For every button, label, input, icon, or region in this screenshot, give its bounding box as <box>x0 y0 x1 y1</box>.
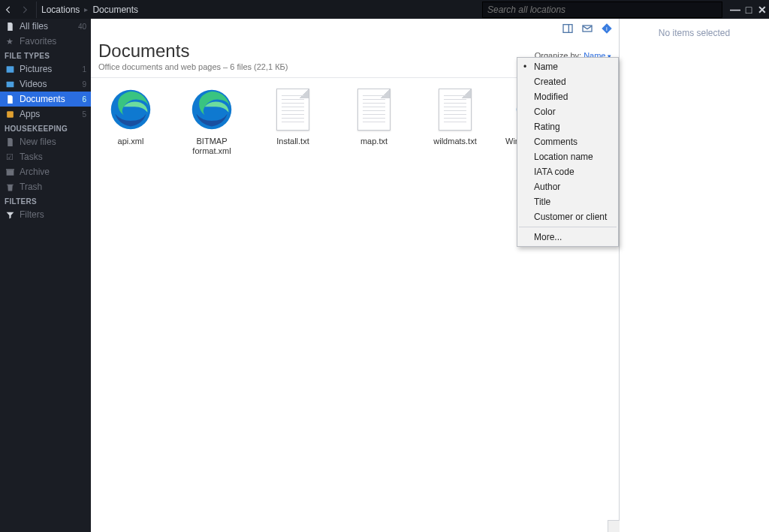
archive-icon <box>5 167 15 177</box>
star-icon: ★ <box>5 36 15 47</box>
menu-item[interactable]: Created <box>517 74 618 89</box>
breadcrumb[interactable]: Locations ▸ Documents <box>41 5 138 15</box>
sidebar-item-archive[interactable]: Archive <box>0 164 91 179</box>
info-panel: No items selected <box>620 19 769 532</box>
sidebar-item-tasks[interactable]: ☑ Tasks <box>0 149 91 164</box>
menu-separator <box>519 227 617 227</box>
sidebar-item-count: 6 <box>82 95 86 104</box>
sidebar-item-all-files[interactable]: All files 40 <box>0 19 91 34</box>
edge-icon <box>107 86 155 134</box>
file-icon <box>5 21 15 32</box>
sidebar: All files 40 ★ Favorites FILE TYPES Pict… <box>0 19 91 532</box>
breadcrumb-current[interactable]: Documents <box>92 5 138 15</box>
svg-rect-3 <box>6 170 14 175</box>
svg-rect-4 <box>6 169 14 170</box>
sidebar-item-documents[interactable]: Documents 6 <box>0 92 91 107</box>
menu-item[interactable]: Location name <box>517 149 618 164</box>
text-file-icon <box>431 86 479 134</box>
menu-item[interactable]: Customer or client <box>517 209 618 224</box>
sidebar-item-count: 1 <box>82 65 86 74</box>
menu-item[interactable]: Name <box>517 59 618 74</box>
file-item[interactable]: Install.txt <box>259 86 327 156</box>
svg-text:i: i <box>606 25 608 32</box>
doc-icon <box>5 94 15 104</box>
organize-menu[interactable]: NameCreatedModifiedColorRatingCommentsLo… <box>517 57 619 247</box>
sidebar-item-filters[interactable]: Filters <box>0 207 91 222</box>
search-input-wrap[interactable] <box>482 2 722 18</box>
menu-item[interactable]: IATA code <box>517 164 618 179</box>
sidebar-item-apps[interactable]: Apps 5 <box>0 107 91 122</box>
menu-item[interactable]: Modified <box>517 89 618 104</box>
file-icon <box>5 137 15 147</box>
video-icon <box>5 79 15 89</box>
chevron-right-icon: ▸ <box>84 5 88 14</box>
file-name: Install.txt <box>259 137 327 146</box>
file-name: wildmats.txt <box>421 137 489 146</box>
menu-item[interactable]: Title <box>517 194 618 209</box>
sidebar-item-count: 5 <box>82 110 86 119</box>
minimize-button[interactable]: — <box>728 4 742 16</box>
sidebar-header-filters: FILTERS <box>0 194 91 207</box>
menu-item[interactable]: Rating <box>517 119 618 134</box>
app-icon <box>5 109 15 119</box>
trash-icon <box>5 182 15 192</box>
panel-toggle-icon[interactable] <box>562 23 574 35</box>
edge-icon <box>188 86 236 134</box>
sidebar-item-label: Tasks <box>20 152 43 162</box>
sidebar-item-label: Apps <box>20 109 40 119</box>
no-selection-text: No items selected <box>620 28 769 38</box>
file-item[interactable]: BITMAP format.xml <box>178 86 246 156</box>
sidebar-item-favorites[interactable]: ★ Favorites <box>0 34 91 49</box>
maximize-button[interactable]: □ <box>742 4 755 16</box>
sidebar-item-label: All files <box>20 21 48 32</box>
check-icon: ☑ <box>5 152 15 162</box>
sidebar-item-label: Favorites <box>20 36 56 47</box>
menu-item[interactable]: Color <box>517 104 618 119</box>
breadcrumb-root[interactable]: Locations <box>41 5 80 15</box>
sidebar-item-label: Documents <box>20 94 65 104</box>
file-item[interactable]: api.xml <box>97 86 164 156</box>
sidebar-item-trash[interactable]: Trash <box>0 179 91 194</box>
sidebar-item-label: Archive <box>20 167 50 177</box>
sidebar-header-housekeeping: HOUSEKEEPING <box>0 122 91 134</box>
svg-rect-0 <box>6 66 14 73</box>
mail-icon[interactable] <box>581 23 593 35</box>
file-item[interactable]: map.txt <box>340 86 408 156</box>
svg-rect-1 <box>6 81 14 87</box>
sidebar-item-pictures[interactable]: Pictures 1 <box>0 62 91 77</box>
file-name: map.txt <box>340 137 408 146</box>
sidebar-item-label: Videos <box>20 79 47 89</box>
scrollbar-corner <box>608 520 620 532</box>
text-file-icon <box>269 86 317 134</box>
file-name: BITMAP format.xml <box>178 137 246 156</box>
file-name: api.xml <box>97 137 164 146</box>
sidebar-item-newfiles[interactable]: New files <box>0 134 91 149</box>
menu-item[interactable]: Author <box>517 179 618 194</box>
menu-item[interactable]: Comments <box>517 134 618 149</box>
svg-rect-2 <box>7 111 14 118</box>
info-icon[interactable]: i <box>601 23 613 35</box>
close-button[interactable]: ✕ <box>755 4 769 16</box>
nav-back-button[interactable] <box>2 3 15 17</box>
sidebar-item-label: Filters <box>20 209 44 220</box>
file-item[interactable]: wildmats.txt <box>421 86 489 156</box>
sidebar-item-count: 40 <box>78 23 86 31</box>
sidebar-item-label: Pictures <box>20 64 52 74</box>
svg-rect-5 <box>563 24 572 32</box>
menu-item-more[interactable]: More... <box>517 230 618 245</box>
sidebar-item-label: New files <box>20 137 56 147</box>
sidebar-item-label: Trash <box>20 182 42 192</box>
sidebar-header-filetypes: FILE TYPES <box>0 49 91 62</box>
sidebar-item-count: 9 <box>82 80 86 89</box>
text-file-icon <box>350 86 398 134</box>
sidebar-item-videos[interactable]: Videos 9 <box>0 77 91 92</box>
filter-icon <box>5 209 15 220</box>
picture-icon <box>5 64 15 74</box>
search-input[interactable] <box>487 5 717 15</box>
nav-forward-button[interactable] <box>18 3 32 17</box>
